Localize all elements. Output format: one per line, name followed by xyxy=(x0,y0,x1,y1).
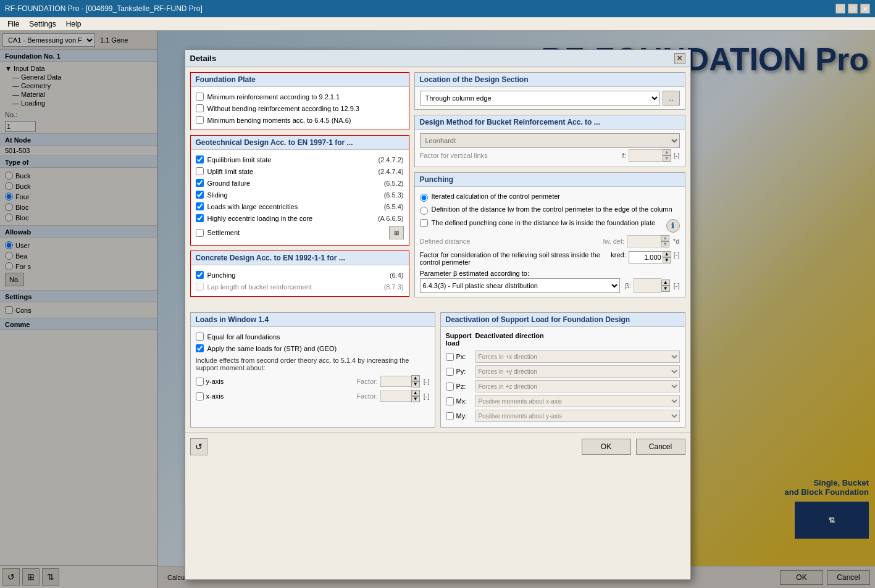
def-dist-spin-up[interactable]: ▲ xyxy=(661,235,669,241)
factor-input[interactable] xyxy=(629,149,663,162)
menu-file[interactable]: File xyxy=(2,19,24,30)
settlement-icon-btn[interactable]: ⊞ xyxy=(389,226,404,239)
punching-radio1[interactable] xyxy=(420,194,428,202)
method-dropdown[interactable]: Leonhardt xyxy=(420,133,680,148)
check-large-ecc: Loads with large eccentricities (6.5.4) xyxy=(196,201,404,212)
y-axis-checkbox[interactable] xyxy=(196,378,204,386)
beta-spinner-btns: ▲ ▼ xyxy=(661,280,670,292)
beta-input[interactable] xyxy=(634,278,661,293)
ground-failure-checkbox[interactable] xyxy=(196,179,204,187)
my-dropdown[interactable]: Positive moments about y-axis xyxy=(475,410,680,422)
dialog-close-btn[interactable]: ✕ xyxy=(674,53,685,64)
foundation-plate-section: Foundation Plate Minimum reinforcement a… xyxy=(190,72,409,130)
dialog-bottom: Loads in Window 1.4 Equal for all founda… xyxy=(185,307,690,433)
without-bend-label: Without bending reinforcement according … xyxy=(207,105,359,112)
large-ecc-checkbox[interactable] xyxy=(196,202,204,210)
equal-all-checkbox[interactable] xyxy=(196,333,204,341)
info-btn[interactable]: ℹ xyxy=(666,219,680,233)
deact-content: Support load Deactivated direction Px: F… xyxy=(441,327,685,427)
menu-settings[interactable]: Settings xyxy=(24,19,61,30)
y-axis-input[interactable] xyxy=(380,376,411,387)
equilibrium-label: Equilibrium limit state xyxy=(207,156,272,164)
x-axis-spinner-btns: ▲ ▼ xyxy=(411,390,420,402)
close-btn[interactable]: ✕ xyxy=(860,4,870,14)
dialog-ok-btn[interactable]: OK xyxy=(582,439,631,455)
punching-radio1-row: Iterated calculation of the control peri… xyxy=(420,191,680,204)
design-method-content: Leonhardt Factor for vertical links f: ▲… xyxy=(415,130,685,167)
pz-checkbox[interactable] xyxy=(446,383,454,391)
dialog-body: Foundation Plate Minimum reinforcement a… xyxy=(185,67,690,307)
equilibrium-checkbox[interactable] xyxy=(196,155,204,164)
without-bend-checkbox[interactable] xyxy=(196,104,204,112)
mx-check-area: Mx: xyxy=(446,397,471,405)
x-spin-up[interactable]: ▲ xyxy=(411,390,420,396)
my-checkbox[interactable] xyxy=(446,412,454,420)
menu-help[interactable]: Help xyxy=(61,19,86,30)
y-axis-label: y-axis xyxy=(206,378,224,385)
geotechnical-header: Geotechnical Design Acc. to EN 1997-1 fo… xyxy=(191,136,409,150)
factor-spin-dn[interactable]: ▼ xyxy=(663,155,671,162)
k-red-spin-up[interactable]: ▲ xyxy=(663,251,671,257)
equilibrium-code: (2.4.7.2) xyxy=(379,156,404,164)
py-dropdown[interactable]: Forces in +y direction xyxy=(475,365,680,378)
beta-spin-dn[interactable]: ▼ xyxy=(661,286,670,292)
location-dropdown[interactable]: Through column edge xyxy=(420,91,660,106)
my-check-area: My: xyxy=(446,412,471,420)
x-axis-checkbox[interactable] xyxy=(196,392,204,400)
check-ground-failure: Ground failure (6.5.2) xyxy=(196,177,404,189)
min-bend-moments-checkbox[interactable] xyxy=(196,116,204,124)
k-red-input[interactable] xyxy=(629,251,663,263)
loads-equal-all: Equal for all foundations xyxy=(196,331,430,342)
beta-spin-up[interactable]: ▲ xyxy=(661,280,670,286)
my-label: My: xyxy=(456,412,467,420)
punching-header: Punching xyxy=(415,173,685,187)
sliding-label: Sliding xyxy=(207,191,228,199)
highly-ecc-code: (A 6.6.5) xyxy=(378,215,404,222)
min-reinf-checkbox[interactable] xyxy=(196,93,204,101)
px-checkbox[interactable] xyxy=(446,353,454,361)
deact-header: Deactivation of Support Load for Foundat… xyxy=(441,313,685,327)
px-dropdown[interactable]: Forces in +x direction xyxy=(475,350,680,363)
def-dist-input[interactable] xyxy=(627,235,661,247)
factor-spin-up[interactable]: ▲ xyxy=(663,149,671,155)
dialog-cancel-btn[interactable]: Cancel xyxy=(636,439,685,455)
beta-dropdown[interactable]: 6.4.3(3) - Full plastic shear distributi… xyxy=(420,278,621,293)
mx-dropdown[interactable]: Positive moments about x-axis xyxy=(475,395,680,407)
large-ecc-label: Loads with large eccentricities xyxy=(207,203,298,210)
check-uplift: Uplift limit state (2.4.7.4) xyxy=(196,165,404,177)
punching-radio2-label: Definition of the distance lw from the c… xyxy=(432,205,672,213)
mx-checkbox[interactable] xyxy=(446,397,454,405)
lap-length-checkbox[interactable] xyxy=(196,283,204,291)
x-spin-dn[interactable]: ▼ xyxy=(411,396,420,402)
menu-bar: File Settings Help xyxy=(0,17,875,31)
foundation-plate-content: Minimum reinforcement according to 9.2.1… xyxy=(191,87,409,130)
maximize-btn[interactable]: □ xyxy=(848,4,858,14)
uplift-checkbox[interactable] xyxy=(196,167,204,175)
punching-checkbox[interactable] xyxy=(196,271,204,279)
k-red-row: Factor for consideration of the relievin… xyxy=(420,251,680,266)
punching-radio2[interactable] xyxy=(420,207,428,215)
sliding-checkbox[interactable] xyxy=(196,191,204,199)
punching-cone-checkbox[interactable] xyxy=(420,219,428,227)
factor-spinner-btns: ▲ ▼ xyxy=(663,149,671,162)
same-str-geo-checkbox[interactable] xyxy=(196,344,204,352)
minimize-btn[interactable]: ─ xyxy=(835,4,845,14)
pz-dropdown[interactable]: Forces in +z direction xyxy=(475,380,680,392)
def-dist-row: Defined distance lw, def: ▲ ▼ *d xyxy=(420,235,680,247)
def-dist-label: Defined distance xyxy=(420,238,471,245)
x-axis-input[interactable] xyxy=(380,391,411,402)
k-red-spin-dn[interactable]: ▼ xyxy=(663,257,671,263)
location-browse-btn[interactable]: ... xyxy=(663,91,680,106)
py-checkbox[interactable] xyxy=(446,368,454,376)
def-dist-spin-dn[interactable]: ▼ xyxy=(661,241,669,247)
highly-ecc-checkbox[interactable] xyxy=(196,214,204,222)
sliding-code: (6.5.3) xyxy=(384,191,404,199)
y-spin-dn[interactable]: ▼ xyxy=(411,381,420,387)
y-spin-up[interactable]: ▲ xyxy=(411,375,420,381)
support-mx-row: Mx: Positive moments about x-axis xyxy=(446,394,680,408)
dialog-footer-icon-btn[interactable]: ↺ xyxy=(190,438,207,455)
concrete-header: Concrete Design Acc. to EN 1992-1-1 for … xyxy=(191,251,409,265)
highly-ecc-label: Highly eccentric loading in the core xyxy=(207,215,313,222)
support-load-col-header: Support load xyxy=(446,332,471,347)
settlement-checkbox[interactable] xyxy=(196,229,204,237)
